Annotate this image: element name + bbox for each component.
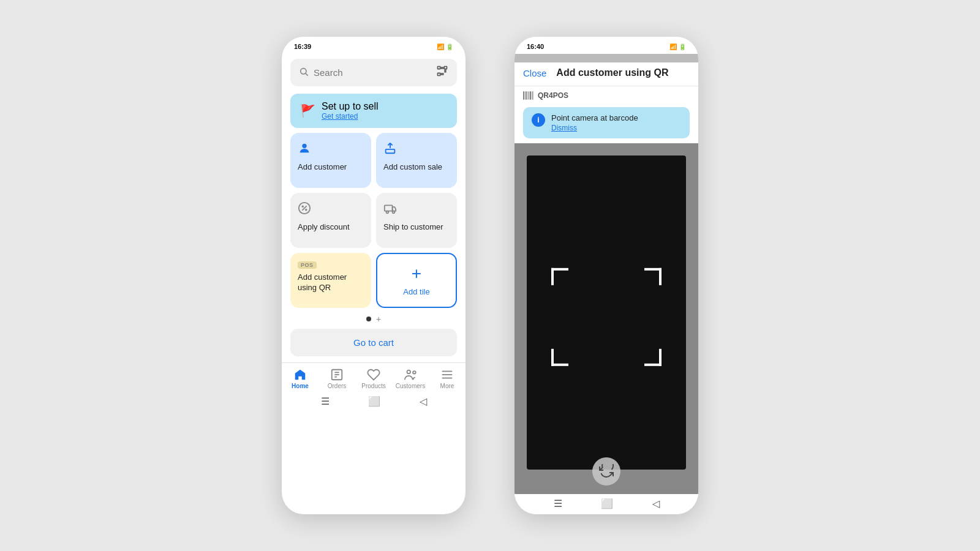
svg-point-21 bbox=[386, 211, 389, 214]
sys-menu-icon-2[interactable]: ☰ bbox=[554, 498, 562, 509]
add-page-icon[interactable]: + bbox=[376, 314, 381, 324]
dismiss-link[interactable]: Dismiss bbox=[551, 124, 638, 132]
add-tile-tile[interactable]: + Add tile bbox=[376, 253, 457, 308]
page-indicators: + bbox=[282, 314, 466, 324]
add-customer-qr-tile[interactable]: POS Add customer using QR bbox=[290, 253, 371, 308]
add-custom-sale-label: Add custom sale bbox=[383, 162, 450, 173]
more-icon bbox=[440, 368, 454, 381]
pos-badge: POS bbox=[298, 261, 317, 269]
corner-tl bbox=[551, 268, 568, 285]
get-started-link[interactable]: Get started bbox=[322, 112, 379, 121]
svg-rect-32 bbox=[523, 91, 524, 100]
qr4pos-label-text: QR4POS bbox=[538, 91, 568, 100]
nav-products[interactable]: Products bbox=[355, 368, 392, 389]
top-dimmed-bar bbox=[514, 54, 698, 62]
promo-flag-icon: 🚩 bbox=[300, 103, 315, 118]
phone-2: 16:40 📶 🔋 Close Add customer using QR QR… bbox=[514, 37, 698, 514]
search-bar[interactable] bbox=[290, 59, 457, 86]
svg-rect-20 bbox=[385, 205, 393, 211]
close-button[interactable]: Close bbox=[523, 68, 546, 78]
apply-discount-icon bbox=[298, 201, 364, 219]
svg-point-14 bbox=[302, 144, 306, 148]
battery-icon: 🔋 bbox=[446, 43, 453, 50]
sys-back-icon-2[interactable]: ◁ bbox=[652, 498, 660, 509]
camera-switch-button[interactable] bbox=[592, 457, 620, 485]
go-to-cart-button[interactable]: Go to cart bbox=[290, 329, 457, 356]
qr4pos-icon bbox=[523, 91, 534, 100]
bottom-nav: Home Orders Products C bbox=[282, 362, 466, 392]
orders-icon bbox=[330, 368, 344, 381]
svg-rect-15 bbox=[386, 149, 395, 153]
corner-tr bbox=[644, 268, 662, 285]
svg-rect-35 bbox=[530, 91, 532, 100]
ship-to-customer-tile[interactable]: Ship to customer bbox=[376, 193, 457, 248]
apply-discount-label: Apply discount bbox=[298, 222, 364, 233]
promo-banner[interactable]: 🚩 Set up to sell Get started bbox=[290, 94, 457, 128]
nav-more-label: More bbox=[440, 383, 454, 389]
nav-more[interactable]: More bbox=[429, 368, 466, 389]
system-nav-2: ☰ ⬜ ◁ bbox=[514, 494, 698, 514]
point-camera-text: Point camera at barcode Dismiss bbox=[551, 113, 638, 132]
search-icon bbox=[299, 67, 309, 79]
svg-rect-36 bbox=[532, 91, 533, 100]
status-bar-2: 16:40 📶 🔋 bbox=[514, 37, 698, 54]
status-bar-1: 16:39 📶 🔋 bbox=[282, 37, 466, 54]
nav-customers[interactable]: Customers bbox=[392, 368, 429, 389]
add-customer-tile[interactable]: Add customer bbox=[290, 133, 371, 188]
svg-point-0 bbox=[301, 68, 306, 73]
search-input[interactable] bbox=[314, 67, 431, 78]
nav-home-label: Home bbox=[292, 383, 309, 389]
info-icon: i bbox=[532, 113, 545, 127]
svg-rect-3 bbox=[444, 67, 447, 69]
battery-icon-2: 🔋 bbox=[679, 43, 686, 50]
corner-br bbox=[644, 348, 662, 365]
nav-orders[interactable]: Orders bbox=[318, 368, 355, 389]
add-customer-icon bbox=[298, 141, 364, 159]
system-nav-1: ☰ ⬜ ◁ bbox=[282, 392, 466, 412]
promo-text: Set up to sell Get started bbox=[322, 101, 379, 121]
svg-point-27 bbox=[407, 370, 411, 374]
add-customer-label: Add customer bbox=[298, 162, 364, 173]
svg-line-1 bbox=[306, 73, 308, 76]
add-tile-icon: + bbox=[412, 264, 421, 283]
ship-to-customer-label: Ship to customer bbox=[383, 222, 450, 233]
point-camera-message: Point camera at barcode bbox=[551, 113, 638, 122]
signal-icon-2: 📶 bbox=[669, 43, 677, 50]
corner-bl bbox=[551, 348, 568, 365]
dot-active bbox=[366, 317, 371, 321]
sys-menu-icon[interactable]: ☰ bbox=[321, 395, 330, 407]
point-camera-banner: i Point camera at barcode Dismiss bbox=[523, 107, 690, 138]
nav-home[interactable]: Home bbox=[282, 368, 318, 389]
svg-rect-4 bbox=[438, 73, 440, 75]
apply-discount-tile[interactable]: Apply discount bbox=[290, 193, 371, 248]
barcode-icon[interactable] bbox=[436, 65, 448, 80]
svg-rect-34 bbox=[528, 91, 529, 100]
promo-title: Set up to sell bbox=[322, 101, 379, 112]
svg-rect-2 bbox=[438, 67, 440, 69]
add-tile-label: Add tile bbox=[403, 287, 429, 298]
svg-point-22 bbox=[393, 211, 395, 214]
svg-rect-33 bbox=[526, 91, 527, 100]
qr-screen-title: Add customer using QR bbox=[556, 67, 668, 78]
sys-home-icon-2[interactable]: ⬜ bbox=[601, 498, 613, 509]
nav-orders-label: Orders bbox=[328, 383, 347, 389]
add-custom-sale-icon bbox=[383, 141, 450, 159]
sys-back-icon[interactable]: ◁ bbox=[420, 395, 427, 407]
home-icon bbox=[293, 368, 307, 381]
add-custom-sale-tile[interactable]: Add custom sale bbox=[376, 133, 457, 188]
status-icons-1: 📶 🔋 bbox=[437, 43, 453, 50]
sys-home-icon[interactable]: ⬜ bbox=[368, 395, 380, 407]
add-customer-qr-label: Add customer using QR bbox=[298, 272, 364, 293]
phone-1: 16:39 📶 🔋 bbox=[282, 37, 466, 514]
signal-icon: 📶 bbox=[437, 43, 444, 50]
qr4pos-row: QR4POS bbox=[514, 86, 698, 105]
camera-viewport bbox=[514, 143, 698, 494]
phone-content: 🚩 Set up to sell Get started Add custome… bbox=[282, 54, 466, 514]
svg-point-19 bbox=[306, 209, 307, 211]
customers-icon bbox=[404, 368, 417, 381]
products-icon bbox=[367, 368, 380, 381]
qr-header: Close Add customer using QR bbox=[514, 62, 698, 86]
tiles-grid: Add customer Add custom sale bbox=[290, 133, 457, 308]
nav-customers-label: Customers bbox=[396, 383, 425, 389]
time-2: 16:40 bbox=[527, 43, 544, 50]
